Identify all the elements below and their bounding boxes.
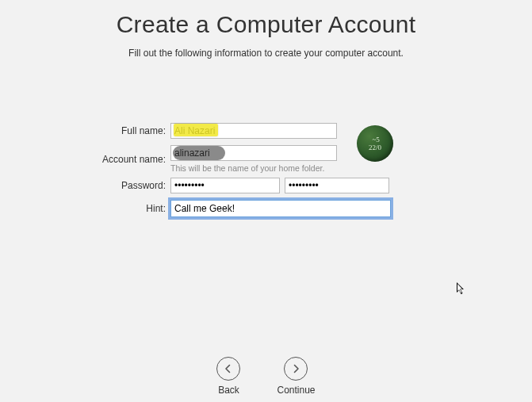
continue-button[interactable]: Continue (277, 357, 315, 396)
accountname-label: Account name: (0, 154, 170, 165)
back-button[interactable]: Back (216, 357, 240, 396)
avatar-content: ~5 22/0 (369, 136, 381, 151)
hint-input[interactable] (170, 200, 391, 217)
password-verify-input[interactable] (285, 178, 389, 193)
page-subtitle: Fill out the following information to cr… (0, 48, 532, 59)
account-avatar[interactable]: ~5 22/0 (357, 125, 393, 162)
back-label: Back (218, 385, 239, 396)
account-form: Full name: Account name: This will be th… (0, 123, 532, 224)
password-label: Password: (0, 180, 170, 191)
password-input[interactable] (170, 178, 280, 193)
hint-label: Hint: (0, 203, 170, 214)
fullname-input[interactable] (170, 123, 337, 139)
accountname-helper: This will be the name of your home folde… (170, 163, 337, 173)
arrow-right-icon (284, 357, 308, 381)
page-title: Create a Computer Account (0, 0, 532, 38)
mouse-cursor-icon (457, 282, 466, 297)
continue-label: Continue (277, 385, 315, 396)
arrow-left-icon (216, 357, 240, 381)
fullname-label: Full name: (0, 125, 170, 136)
accountname-input[interactable] (170, 145, 337, 161)
nav-buttons: Back Continue (0, 357, 532, 396)
